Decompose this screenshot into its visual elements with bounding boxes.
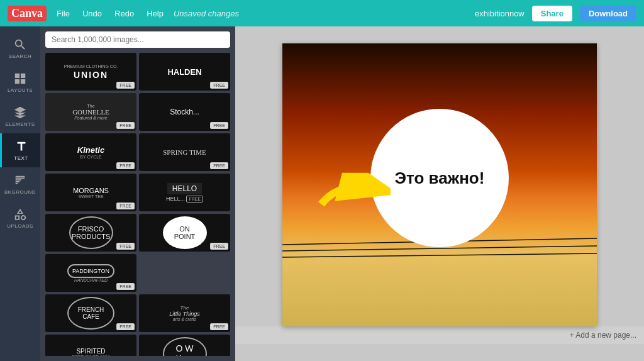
username: exhibitionnow bbox=[475, 9, 525, 18]
sidebar-label-text: TEXT bbox=[14, 155, 28, 161]
list-item[interactable]: MORGANS SWEET TEE FREE bbox=[45, 174, 136, 211]
sidebar-label-search: SEARCH bbox=[9, 53, 31, 59]
list-item[interactable]: Kinetic BY CYCLE FREE bbox=[45, 133, 136, 171]
free-badge: FREE bbox=[116, 82, 135, 89]
add-page-bar[interactable]: + Add a new page... bbox=[235, 326, 644, 344]
items-grid: PREMIUM CLOTHING CO. UNION FREE HALDEN F… bbox=[45, 53, 230, 356]
free-badge: FREE bbox=[116, 203, 135, 209]
share-button[interactable]: Share bbox=[532, 6, 572, 21]
list-item[interactable]: Stockh... FREE bbox=[139, 93, 230, 131]
svg-line-2 bbox=[282, 253, 597, 257]
canva-logo: Canva bbox=[8, 6, 47, 21]
list-item[interactable]: PREMIUM CLOTHING CO. UNION FREE bbox=[45, 53, 136, 91]
list-item[interactable]: SPIRITED BEER SINCE 1984 FREE bbox=[45, 335, 136, 356]
sidebar-item-background[interactable]: BKGROUND bbox=[0, 167, 40, 201]
list-item[interactable]: HALDEN FREE bbox=[139, 53, 230, 91]
search-input[interactable] bbox=[45, 31, 230, 48]
free-badge: FREE bbox=[210, 323, 228, 330]
free-badge: FREE bbox=[116, 283, 135, 290]
free-badge: FREE bbox=[210, 122, 228, 129]
list-item[interactable]: ON POINT FREE bbox=[139, 214, 230, 252]
list-item[interactable]: PADDINGTON HANDCRAFTED FREE bbox=[45, 254, 136, 292]
sidebar-label-elements: ELEMENTS bbox=[5, 121, 35, 127]
sidebar: SEARCH LAYOUTS ELEMENTS TEXT BKGROUND UP… bbox=[0, 26, 40, 361]
topbar: Canva File Undo Redo Help Unsaved change… bbox=[0, 0, 644, 26]
unsaved-changes: Unsaved changes bbox=[174, 9, 239, 18]
free-badge: FREE bbox=[116, 162, 135, 169]
menu-undo[interactable]: Undo bbox=[80, 9, 104, 18]
free-badge: FREE bbox=[210, 82, 228, 89]
download-button[interactable]: Download bbox=[580, 6, 636, 21]
list-item[interactable]: FRISCOPRODUCTS FREE bbox=[45, 214, 136, 252]
canvas-page[interactable]: Это важно! bbox=[282, 43, 597, 326]
list-item[interactable]: HELLO HELL... FREE bbox=[139, 174, 230, 211]
arrow-graphic bbox=[315, 173, 391, 213]
free-badge: FREE bbox=[210, 243, 228, 250]
free-badge: FREE bbox=[116, 243, 135, 250]
add-page-label: + Add a new page... bbox=[570, 331, 636, 340]
sidebar-item-layouts[interactable]: LAYOUTS bbox=[0, 65, 40, 99]
list-item[interactable]: SPRING TIME FREE bbox=[139, 133, 230, 171]
sidebar-item-text[interactable]: TEXT bbox=[0, 133, 40, 167]
panel: PREMIUM CLOTHING CO. UNION FREE HALDEN F… bbox=[40, 26, 235, 361]
sidebar-label-layouts: LAYOUTS bbox=[8, 87, 33, 93]
list-item[interactable]: O WK FREE bbox=[139, 335, 230, 356]
sidebar-item-elements[interactable]: ELEMENTS bbox=[0, 99, 40, 133]
main-layout: SEARCH LAYOUTS ELEMENTS TEXT BKGROUND UP… bbox=[0, 26, 644, 361]
free-badge: FREE bbox=[116, 323, 135, 330]
menu-redo[interactable]: Redo bbox=[112, 9, 136, 18]
canvas-area[interactable]: Это важно! + Add a new page... bbox=[235, 26, 644, 361]
list-item[interactable]: The Little Things arts & crafts FREE bbox=[139, 294, 230, 332]
sidebar-label-uploads: UPLOADS bbox=[7, 223, 33, 229]
sidebar-item-uploads[interactable]: UPLOADS bbox=[0, 201, 40, 235]
circle-text-content: Это важно! bbox=[395, 169, 485, 188]
sidebar-label-background: BKGROUND bbox=[4, 189, 36, 195]
list-item[interactable]: The GOUNELLE Featured & more FREE bbox=[45, 93, 136, 131]
free-badge: FREE bbox=[116, 122, 135, 129]
menu-file[interactable]: File bbox=[54, 9, 72, 18]
free-badge: FREE bbox=[210, 162, 228, 169]
menu-help[interactable]: Help bbox=[144, 9, 166, 18]
text-circle[interactable]: Это важно! bbox=[370, 109, 509, 247]
sidebar-item-search[interactable]: SEARCH bbox=[0, 31, 40, 65]
list-item[interactable]: FRENCHCAFE FREE bbox=[45, 294, 136, 332]
